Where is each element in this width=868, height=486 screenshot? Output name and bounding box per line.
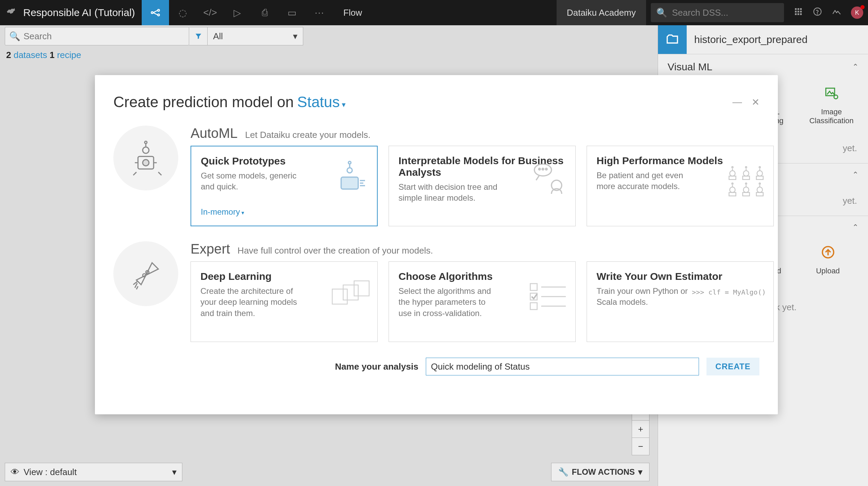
automl-illustration-icon: [113, 126, 178, 190]
svg-point-46: [732, 183, 733, 184]
create-model-modal: Create prediction model on Status — ✕ Au…: [95, 75, 778, 414]
svg-rect-53: [756, 192, 763, 196]
svg-rect-58: [354, 281, 369, 296]
svg-point-34: [546, 168, 547, 170]
svg-point-49: [745, 183, 747, 184]
expert-illustration-icon: [113, 241, 178, 306]
svg-point-45: [730, 187, 735, 192]
target-column-dropdown[interactable]: Status: [297, 94, 346, 111]
svg-rect-56: [332, 289, 347, 304]
svg-point-43: [759, 167, 760, 168]
svg-rect-50: [743, 192, 750, 196]
automl-sub: Let Dataiku create your models.: [245, 130, 370, 140]
svg-rect-59: [530, 284, 537, 290]
svg-point-51: [757, 187, 762, 192]
close-icon[interactable]: ✕: [752, 97, 759, 108]
svg-rect-41: [743, 176, 750, 180]
svg-point-48: [743, 187, 749, 192]
svg-rect-38: [729, 176, 736, 180]
svg-point-24: [143, 147, 149, 153]
interpretable-models-card[interactable]: Interpretable Models for Business Analys…: [389, 146, 576, 226]
svg-point-52: [759, 183, 760, 184]
engine-dropdown[interactable]: In-memory: [201, 207, 367, 217]
create-button[interactable]: CREATE: [706, 358, 759, 375]
minimize-icon[interactable]: —: [732, 97, 742, 108]
svg-rect-57: [343, 285, 358, 300]
svg-point-32: [539, 168, 541, 170]
svg-point-27: [143, 160, 149, 166]
modal-title: Create prediction model on Status: [113, 94, 346, 111]
quick-prototypes-card[interactable]: Quick Prototypes Get some models, generi…: [191, 146, 378, 226]
svg-point-33: [542, 168, 544, 170]
expert-sub: Have full control over the creation of y…: [238, 245, 433, 256]
svg-point-39: [743, 171, 749, 176]
layers-icon: [330, 275, 370, 316]
high-performance-card[interactable]: High Performance Models Be patient and g…: [587, 146, 774, 226]
svg-point-29: [348, 161, 351, 164]
svg-point-42: [757, 171, 762, 176]
expert-heading: Expert: [191, 241, 230, 257]
svg-point-25: [145, 141, 147, 144]
svg-point-40: [745, 167, 747, 168]
analysis-name-input[interactable]: [426, 358, 699, 375]
choose-algorithms-card[interactable]: Choose Algorithms Select the algorithms …: [389, 261, 576, 342]
svg-rect-44: [756, 176, 763, 180]
own-estimator-card[interactable]: Write Your Own Estimator Train your own …: [587, 261, 774, 342]
name-analysis-label: Name your analysis: [335, 361, 418, 372]
svg-point-54: [143, 274, 146, 277]
svg-rect-47: [729, 192, 736, 196]
automl-heading: AutoML: [191, 126, 238, 141]
deep-learning-card[interactable]: Deep Learning Create the architecture of…: [191, 261, 378, 342]
cluster-icon: [726, 160, 767, 201]
analysts-icon: [528, 160, 569, 201]
robot-icon: [329, 160, 370, 201]
checklist-icon: [528, 275, 569, 316]
svg-rect-61: [530, 303, 537, 310]
svg-point-37: [732, 167, 733, 168]
svg-point-36: [730, 171, 735, 176]
svg-rect-30: [341, 177, 358, 189]
svg-point-28: [347, 168, 352, 173]
code-sample: >>> clf = MyAlgo(): [692, 288, 766, 297]
